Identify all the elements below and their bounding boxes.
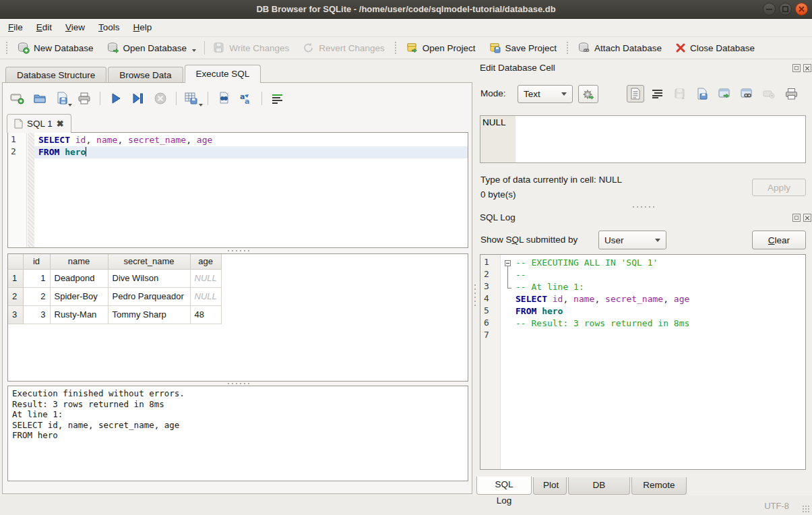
apply-button[interactable]: Apply (752, 179, 806, 196)
open-project-button[interactable]: Open Project (400, 39, 482, 57)
print-cell-button[interactable] (782, 85, 800, 102)
stop-execution-button[interactable] (152, 90, 168, 107)
dock-float-button[interactable] (792, 214, 801, 222)
menu-tools[interactable]: Tools (92, 19, 127, 36)
open-database-icon (107, 42, 119, 54)
save-results-dropdown-icon[interactable] (199, 104, 203, 107)
column-header-name[interactable]: name (50, 254, 108, 269)
execute-all-button[interactable] (108, 90, 124, 107)
cell-secret-name[interactable]: Pedro Parqueador (108, 287, 190, 305)
cell-age[interactable]: NULL (190, 269, 221, 287)
sql-log-filter-select[interactable]: User (598, 231, 666, 249)
save-results-button[interactable] (184, 90, 200, 107)
column-header-age[interactable]: age (190, 254, 221, 269)
bottom-tab-remote[interactable]: Remote (631, 477, 687, 495)
save-file-dropdown-icon[interactable] (68, 104, 72, 107)
column-header-secret-name[interactable]: secret_name (108, 254, 190, 269)
horizontal-splitter[interactable] (226, 382, 249, 385)
cell-secret-name[interactable]: Tommy Sharp (108, 305, 190, 324)
open-database-dropdown-icon[interactable] (192, 49, 196, 52)
menu-file[interactable]: File (1, 19, 30, 36)
tab-execute-sql[interactable]: Execute SQL (185, 65, 261, 83)
bottom-tab-sql-log[interactable]: SQL Log (476, 477, 532, 495)
corner-header[interactable] (8, 254, 23, 269)
open-sql-file-button[interactable] (32, 90, 48, 107)
mode-select[interactable]: Text (518, 85, 573, 103)
line-number: 6 (484, 317, 497, 328)
export-icon (696, 88, 708, 100)
cell-id[interactable]: 2 (23, 287, 50, 305)
cell-id[interactable]: 3 (23, 305, 50, 324)
close-button[interactable] (795, 3, 808, 16)
encoding-indicator[interactable]: UTF-8 (764, 501, 789, 511)
column-header-id[interactable]: id (23, 254, 50, 269)
toolbar-grip[interactable] (566, 41, 569, 55)
save-project-button[interactable]: Save Project (482, 39, 564, 57)
export-data-button[interactable] (693, 85, 711, 102)
cell-secret-name[interactable]: Dive Wilson (108, 269, 190, 287)
revert-changes-button[interactable]: Revert Changes (296, 39, 392, 57)
toolbar-grip[interactable] (394, 41, 397, 55)
dock-close-button[interactable] (803, 214, 811, 222)
set-null-button[interactable] (760, 85, 778, 102)
dock-close-button[interactable] (803, 64, 811, 72)
cell-id[interactable]: 1 (23, 269, 50, 287)
minimize-button[interactable] (763, 3, 776, 16)
bottom-tab-plot[interactable]: Plot (533, 477, 567, 495)
sql-1-tab[interactable]: SQL 1 ✖ (7, 114, 71, 133)
resize-grip[interactable] (802, 505, 810, 513)
log-line: SELECT id, name, secret_name, age (516, 293, 805, 305)
import-data-button[interactable] (671, 85, 689, 102)
fold-marker-icon[interactable] (505, 260, 511, 266)
horizontal-splitter[interactable] (226, 249, 249, 252)
word-wrap-button[interactable] (649, 85, 666, 102)
format-sql-button[interactable]: aa (238, 90, 254, 107)
open-project-icon (406, 42, 418, 54)
toolbar-grip[interactable] (5, 41, 8, 55)
menu-view[interactable]: View (59, 19, 92, 36)
close-database-button[interactable]: Close Database (668, 39, 761, 57)
word-wrap-button[interactable] (270, 90, 286, 107)
sql-editor[interactable]: 1 2 SELECT id, name, secret_name, age FR… (7, 132, 468, 248)
attach-database-button[interactable]: Attach Database (571, 39, 668, 57)
results-grid: id name secret_name age 1 1 Deadpond Div… (7, 253, 468, 382)
table-row: 3 3 Rusty-Man Tommy Sharp 48 (8, 305, 221, 324)
execute-line-button[interactable] (130, 90, 146, 107)
tab-database-structure[interactable]: Database Structure (5, 67, 106, 83)
cell-name[interactable]: Spider-Boy (50, 287, 108, 305)
row-header[interactable]: 1 (8, 269, 23, 287)
maximize-button[interactable] (779, 3, 792, 16)
open-database-button[interactable]: Open Database (100, 39, 204, 57)
menu-help[interactable]: Help (127, 19, 159, 36)
cell-name[interactable]: Deadpond (50, 269, 108, 287)
tab-browse-data[interactable]: Browse Data (108, 67, 183, 83)
print-sql-button[interactable] (76, 90, 92, 107)
dock-float-button[interactable] (792, 64, 801, 72)
vertical-splitter[interactable] (474, 283, 476, 306)
copy-link-button[interactable] (738, 85, 755, 102)
cell-age[interactable]: 48 (190, 305, 221, 324)
close-sql-tab-icon[interactable]: ✖ (57, 119, 64, 129)
menu-edit[interactable]: Edit (30, 19, 59, 36)
text-mode-button[interactable] (627, 85, 644, 102)
cell-name[interactable]: Rusty-Man (50, 305, 108, 324)
line-number: 7 (484, 330, 497, 340)
clear-log-button[interactable]: Clear (752, 231, 806, 249)
new-database-button[interactable]: New Database (11, 39, 100, 57)
line-number: 2 (484, 269, 497, 279)
auto-switch-mode-button[interactable] (578, 85, 598, 103)
row-header[interactable]: 2 (8, 287, 23, 305)
open-external-button[interactable] (716, 85, 733, 102)
cell-value-editor[interactable]: NULL (480, 115, 806, 163)
horizontal-splitter[interactable] (631, 206, 654, 208)
write-changes-button[interactable]: Write Changes (206, 39, 296, 57)
close-database-icon (675, 42, 686, 53)
find-button[interactable] (216, 90, 232, 107)
sql-log-view[interactable]: 1 2 3 4 5 6 7 -- EXECUTING ALL IN 'SQL 1… (480, 254, 806, 470)
save-sql-file-button[interactable] (54, 90, 70, 107)
status-bar: UTF-8 (0, 495, 812, 515)
open-sql-tab-button[interactable] (9, 90, 26, 107)
cell-age[interactable]: NULL (190, 287, 221, 305)
bottom-tab-db-schema[interactable]: DB Schema (568, 477, 630, 495)
row-header[interactable]: 3 (8, 305, 23, 324)
